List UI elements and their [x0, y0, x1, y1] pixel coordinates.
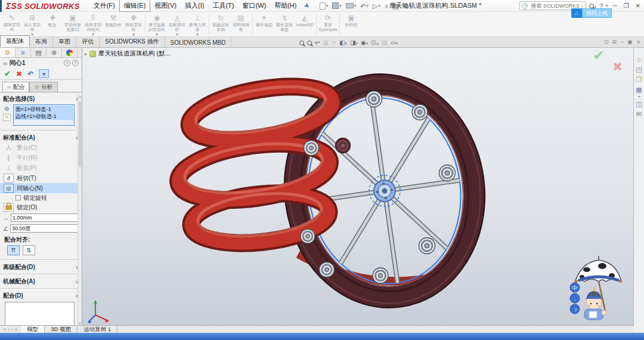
ribbon-explode-sketch[interactable]: ↯爆炸直线草图 [274, 12, 295, 36]
accept-button[interactable]: ✔ [4, 69, 11, 78]
section-mate-selections[interactable]: 配合选择(S)∧ [0, 94, 82, 104]
tab-property-manager[interactable]: ⚙ [0, 48, 16, 57]
scrollbar-thumb[interactable] [79, 101, 81, 167]
taskpane-close-icon[interactable]: ✕ [636, 39, 641, 45]
distance-input[interactable] [11, 215, 82, 221]
coil-track[interactable] [175, 77, 337, 249]
ribbon-reference-geometry[interactable]: ⊥参考几何体▾ [187, 12, 208, 36]
previous-view-button[interactable]: ↩ [315, 39, 320, 47]
hide-show-items-button[interactable]: ◉▾ [361, 39, 368, 47]
edit-appearance-button[interactable]: ▾ [371, 39, 379, 47]
tab-motion-study[interactable]: 运动算例 1 [78, 326, 117, 333]
cancel-mate-button[interactable]: ✖ [16, 70, 22, 78]
pin-menu-icon[interactable]: ➤ [302, 1, 311, 11]
doc-maximize-icon[interactable]: ◼ [628, 39, 632, 45]
ribbon-new-motion-study[interactable]: ↻新建运动算例 [210, 12, 231, 36]
doc-cascade-icon[interactable]: ⊞ [612, 39, 617, 45]
ribbon-assembly-features[interactable]: ◬装配体特征▾ [167, 12, 187, 36]
ribbon-insert-component[interactable]: ⊞插入零部件▾ [22, 12, 42, 36]
view-settings-button[interactable]: ▭▾ [390, 39, 398, 47]
doc-minimize-icon[interactable]: ─ [620, 39, 624, 45]
undo-mate-button[interactable]: ↶ [27, 70, 33, 78]
mates-listbox[interactable] [5, 302, 75, 326]
section-view-button[interactable]: ▥ [323, 39, 328, 47]
tab-model[interactable]: 模型 [21, 326, 45, 333]
tab-analysis[interactable]: ⚙分析 [29, 82, 57, 92]
lock-rotation-row[interactable]: 锁定旋转 [0, 193, 82, 202]
viewport-canvas[interactable]: 中 ·, ☽ [82, 48, 633, 326]
ribbon-smart-fasteners[interactable]: ⚒智能扣件 [103, 12, 123, 36]
file-explorer-icon[interactable]: ▦ [636, 86, 642, 93]
menu-tools[interactable]: 工具(T) [208, 0, 238, 11]
mate-selection-listbox[interactable]: 面<1>@转盘-1 边线<1>@轨道-1 [13, 104, 75, 126]
print-button[interactable]: ▾ [345, 3, 358, 8]
design-library-icon[interactable]: ❐ [636, 76, 642, 83]
ribbon-component-preview[interactable]: ▣零部件预览窗口 [63, 12, 83, 36]
tab-scroll-arrows[interactable]: «‹›» [0, 326, 21, 333]
mate-concentric[interactable]: ◎同轴心(N) [0, 183, 82, 193]
section-mechanical-mates[interactable]: 机械配合(A)∨ [0, 277, 82, 286]
mate-parallel[interactable]: ∥平行(R) [0, 153, 82, 163]
flyout-feature-tree[interactable]: ▸ 摩天轮轨道滚珠机构 (默... [85, 50, 170, 58]
doc-restore-icon[interactable]: ⊡ [604, 39, 609, 45]
ribbon-show-hidden[interactable]: ◉显示隐藏的零部件▾ [147, 12, 167, 36]
angle-input[interactable] [11, 225, 82, 231]
dynamic-annotation-button[interactable]: ✂ [332, 39, 336, 47]
lock-rotation-checkbox[interactable] [16, 195, 21, 200]
appearances-icon[interactable] [638, 96, 640, 97]
restore-button[interactable]: ❐ [622, 2, 631, 9]
section-standard-mates[interactable]: 标准配合(A)∧ [0, 133, 82, 143]
ribbon-edit-component[interactable]: ✎编辑零部件 [2, 12, 22, 36]
confirm-cancel-icon[interactable]: ✖ [593, 62, 623, 72]
tab-dimxpert[interactable]: ⊕ [47, 48, 62, 57]
save-button[interactable]: ▾ [331, 2, 343, 9]
tab-sketch[interactable]: 草图 [53, 36, 76, 47]
minimize-button[interactable]: ─ [611, 2, 619, 9]
close-button[interactable]: ✕ [634, 2, 642, 9]
ribbon-linear-pattern[interactable]: ⠿线性零部件阵列▾ [83, 12, 103, 36]
apply-scene-button[interactable]: ▨ [382, 39, 387, 47]
zoom-fit-button[interactable] [299, 39, 304, 47]
tab-mbd[interactable]: SOLIDWORKS MBD [165, 38, 232, 47]
ribbon-mate[interactable]: ✚配合 [42, 12, 63, 36]
tab-3d-views[interactable]: 3D 视图 [45, 326, 78, 333]
tab-feature-manager[interactable]: ≡ [16, 48, 31, 57]
home-icon[interactable]: ⌂ [637, 55, 641, 63]
new-document-button[interactable]: ▾ [318, 2, 330, 10]
tab-mates[interactable]: ∞配合 [2, 82, 29, 92]
menu-window[interactable]: 窗口(W) [238, 0, 270, 11]
panel-scrollbar[interactable]: ▲ ▼ [78, 94, 82, 326]
collaboration-badge[interactable]: ∴ 协同上线 [571, 8, 612, 18]
selected-edge-item[interactable]: 边线<1>@轨道-1 [14, 113, 73, 120]
tab-evaluate[interactable]: 评估 [76, 36, 100, 47]
ribbon-instant3d[interactable]: ◭Instant3D [295, 12, 315, 36]
tab-display-manager[interactable] [62, 48, 78, 57]
menu-insert[interactable]: 插入(I) [181, 0, 208, 11]
forum-icon[interactable]: ✉ [636, 110, 642, 118]
tab-layout[interactable]: 布局 [30, 36, 53, 47]
help-icon[interactable]: ? [72, 60, 79, 66]
mate-tangent[interactable]: ∂相切(T) [0, 173, 82, 183]
keep-visible-pin-button[interactable]: ➤ [39, 69, 49, 78]
ime-toolbar[interactable]: 中 ·, ☽ [570, 283, 580, 314]
tab-addins[interactable]: SOLIDWORKS 插件 [100, 36, 165, 47]
aligned-button[interactable]: ⇈ [7, 245, 20, 255]
graphics-viewport[interactable]: ▸ 摩天轮轨道滚珠机构 (默... ✔ ✖ [82, 48, 633, 326]
ribbon-take-snapshot[interactable]: ▣拍快照 [341, 12, 361, 36]
zoom-area-button[interactable] [307, 39, 312, 47]
mate-coincident[interactable]: 人重合(C) [0, 143, 82, 153]
ribbon-bom[interactable]: ▤材料明细表 [231, 12, 251, 36]
display-style-button[interactable]: ◨▾ [350, 39, 358, 47]
menu-help[interactable]: 帮助(H) [270, 0, 301, 11]
tab-configuration[interactable]: ▤ [31, 48, 47, 57]
mate-lock[interactable]: 锁定(O) [0, 202, 82, 212]
menu-edit[interactable]: 编辑(E) [119, 0, 151, 12]
ribbon-move-component[interactable]: ✥移动零部件▾ [123, 12, 144, 36]
ribbon-exploded-view[interactable]: ✴爆炸视图 [254, 12, 274, 36]
3d-content-icon[interactable]: ◳ [636, 66, 642, 73]
section-advanced-mates[interactable]: 高级配合(D)∨ [0, 262, 82, 272]
view-orientation-button[interactable]: ◧▾ [339, 39, 347, 47]
ribbon-update-speedpak[interactable]: ⟳更新Speedpak [318, 12, 338, 36]
menu-view[interactable]: 视图(V) [150, 0, 181, 11]
section-mates-list[interactable]: 配合(D)∧ [0, 291, 82, 301]
